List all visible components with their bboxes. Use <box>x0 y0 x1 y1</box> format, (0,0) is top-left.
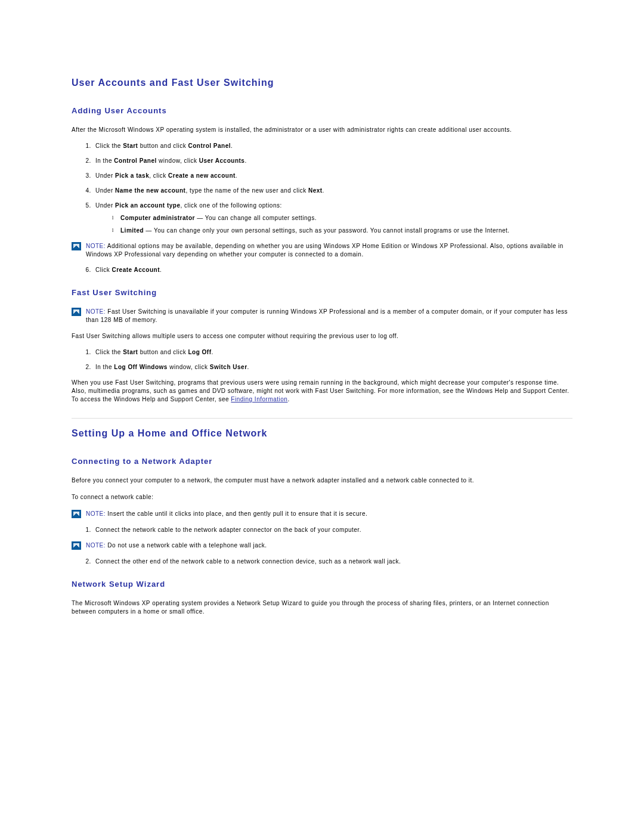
heading-adding-user-accounts: Adding User Accounts <box>72 106 572 115</box>
list-item: Limited — You can change only your own p… <box>112 227 572 234</box>
list-item: Click Create Account. <box>93 267 572 273</box>
steps-list-fast: Click the Start button and click Log Off… <box>72 349 572 370</box>
note-text: NOTE: Fast User Switching is unavailable… <box>86 308 572 324</box>
note-block: NOTE: Insert the cable until it clicks i… <box>72 510 572 518</box>
steps-list-adding-cont: Click Create Account. <box>72 267 572 273</box>
intro-paragraph: After the Microsoft Windows XP operating… <box>72 126 572 134</box>
list-item: Click the Start button and click Log Off… <box>93 349 572 355</box>
heading-network-setup-wizard: Network Setup Wizard <box>72 580 572 589</box>
list-item: Computer administrator — You can change … <box>112 215 572 221</box>
list-item: Under Pick an account type, click one of… <box>93 202 572 234</box>
note-icon <box>72 308 81 316</box>
list-item: Under Pick a task, click Create a new ac… <box>93 172 572 179</box>
finding-information-link[interactable]: Finding Information <box>231 396 287 402</box>
list-item: Connect the other end of the network cab… <box>93 558 572 565</box>
heading-connecting-adapter: Connecting to a Network Adapter <box>72 457 572 466</box>
list-item: Connect the network cable to the network… <box>93 527 572 533</box>
list-item: Under Name the new account, type the nam… <box>93 187 572 194</box>
list-item: In the Control Panel window, click User … <box>93 157 572 164</box>
steps-list-connect-cont: Connect the other end of the network cab… <box>72 558 572 565</box>
list-item: In the Log Off Windows window, click Swi… <box>93 364 572 370</box>
note-block: NOTE: Do not use a network cable with a … <box>72 541 572 550</box>
paragraph: To connect a network cable: <box>72 493 572 501</box>
heading-user-accounts: User Accounts and Fast User Switching <box>72 78 572 88</box>
steps-list-adding: Click the Start button and click Control… <box>72 143 572 234</box>
note-icon <box>72 242 81 250</box>
paragraph: Fast User Switching allows multiple user… <box>72 332 572 340</box>
note-icon <box>72 510 81 518</box>
paragraph: When you use Fast User Switching, progra… <box>72 379 572 404</box>
paragraph: Before you connect your computer to a ne… <box>72 476 572 485</box>
note-text: NOTE: Additional options may be availabl… <box>86 242 572 258</box>
note-block: NOTE: Fast User Switching is unavailable… <box>72 308 572 324</box>
steps-list-connect: Connect the network cable to the network… <box>72 527 572 533</box>
note-text: NOTE: Do not use a network cable with a … <box>86 541 572 550</box>
note-icon <box>72 541 81 550</box>
sub-options-list: Computer administrator — You can change … <box>95 215 572 234</box>
document-page: User Accounts and Fast User Switching Ad… <box>0 0 644 684</box>
note-text: NOTE: Insert the cable until it clicks i… <box>86 510 572 518</box>
heading-fast-user-switching: Fast User Switching <box>72 288 572 297</box>
note-block: NOTE: Additional options may be availabl… <box>72 242 572 258</box>
section-divider <box>72 418 572 419</box>
list-item: Click the Start button and click Control… <box>93 143 572 149</box>
paragraph: The Microsoft Windows XP operating syste… <box>72 599 572 616</box>
heading-setting-up-network: Setting Up a Home and Office Network <box>72 428 572 439</box>
